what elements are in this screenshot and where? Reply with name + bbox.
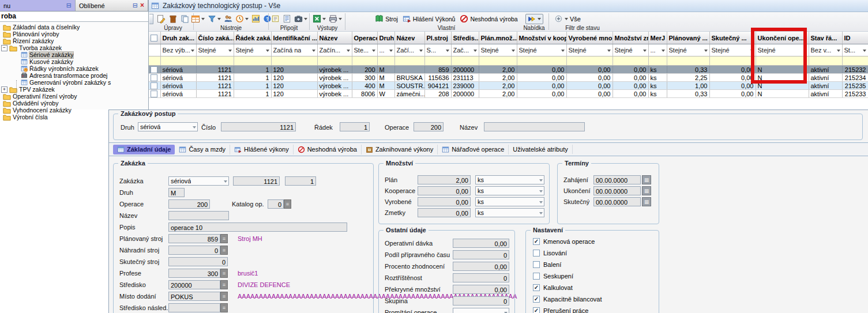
lookup-button[interactable]: ≡ [220,246,228,255]
cell[interactable] [394,66,424,74]
tree-item[interactable]: Řádky výrobních zakázek [0,65,148,72]
plus-circle-icon[interactable] [554,14,563,23]
cell[interactable]: 1,00 [667,82,709,90]
prekryvne-mnozstvi-field[interactable]: 0,00 [453,285,509,294]
cell[interactable]: 215233 [842,90,868,98]
cell[interactable]: BRUSKA [394,74,424,82]
unit-combo[interactable]: ks [475,186,544,195]
filter-dropdown[interactable]: Stejné [756,44,809,56]
collapse-icon[interactable]: ⊟ [133,2,138,9]
cell[interactable]: 200000 [451,90,479,98]
zakazka-cislo-field[interactable]: 1121 [233,176,280,186]
cell[interactable]: 1121 [196,90,234,98]
tab-zaknihovane-vykony[interactable]: Zaknihované výkony [362,145,438,154]
select-all-checkbox[interactable] [151,35,157,42]
cell[interactable]: 200 [352,66,377,74]
column-header[interactable]: MerJ [648,32,667,44]
cell[interactable]: 0,33 [667,90,709,98]
tab-casy-a-mzdy[interactable]: Časy a mzdy [175,145,230,154]
caret-down-icon[interactable] [565,18,568,22]
cell[interactable]: sériová [160,90,196,98]
new-row-placeholder[interactable] [149,56,868,66]
cell[interactable]: N [756,66,809,74]
row-checkbox[interactable] [151,74,157,81]
filter-dropdown[interactable]: Stejné [196,44,234,56]
cell[interactable]: 231113 [451,74,479,82]
stroj-button[interactable]: Stroj [375,14,398,23]
cell[interactable]: výrobek ... [317,90,352,98]
plan-field[interactable]: 2,00 [418,175,471,184]
filter-dropdown[interactable]: Stejné [613,44,648,56]
cell[interactable]: 1 [234,74,271,82]
calendar-icon[interactable]: ▦ [642,175,651,184]
zakazka-radek-field[interactable]: 1 [285,176,316,186]
checkbox-kapacitne-bilancovat[interactable]: ✓ [533,296,540,303]
planovany-stroj-field[interactable]: 859 [168,234,220,243]
cell[interactable]: 120 [271,82,317,90]
podil-casu-field[interactable]: 0 [453,250,509,259]
checkbox-kalkulovat[interactable]: ✓ [533,284,540,291]
menu-dropdown-button[interactable] [525,14,543,24]
print-button[interactable] [329,14,342,23]
grid-settings-button[interactable] [191,14,205,24]
filter-dropdown[interactable]: Stejné [479,44,517,56]
lookup-button[interactable]: ≡ [220,292,228,301]
cell[interactable]: 0,00 [709,66,756,74]
filter-dropdown[interactable]: Stejné [517,44,566,56]
cell[interactable]: M [377,82,394,90]
cell[interactable]: 215232 [842,66,868,74]
tree-item[interactable]: −Tvorba zakázek [0,44,148,51]
cell[interactable]: 120 [271,90,317,98]
column-header[interactable]: Skutečný ... [709,32,756,44]
cell[interactable]: 2,00 [479,90,517,98]
cell[interactable]: W [377,90,394,98]
tree-item[interactable]: +TPV zakázek [0,86,148,93]
tab-naradove-operace[interactable]: Nářaďové operace [438,145,509,154]
cell[interactable]: 0,00 [613,74,648,82]
cell[interactable]: 0,00 [517,82,566,90]
column-header[interactable]: Řádek zaká... [234,32,271,44]
zakazka-druh-combo[interactable]: sériová [168,176,229,186]
cell[interactable]: výrobek ... [317,82,352,90]
filter-dropdown[interactable]: Bez v... [809,44,842,56]
edit-record-icon[interactable] [156,14,166,24]
filter-dropdown[interactable]: ... [648,44,667,56]
cell[interactable]: ks [648,90,667,98]
filter-dropdown[interactable]: St... [842,44,868,56]
filter-dropdown[interactable]: Začíná na [271,44,317,56]
tab-neshodna-vyroba[interactable]: Neshodná výroba [294,145,362,154]
tree-item[interactable]: Plánování výroby [0,31,148,37]
cell[interactable]: ks [648,82,667,90]
checkbox-kmenova-operace[interactable]: ✓ [533,238,540,245]
column-header[interactable]: Číslo zaká... [196,32,234,44]
column-header[interactable]: ID [842,32,868,44]
filter-dropdown[interactable]: Bez výb... [160,44,196,56]
cell[interactable]: 1121 [196,74,234,82]
calendar-icon[interactable]: ▦ [642,186,651,195]
history-button[interactable] [235,14,249,23]
column-header[interactable]: Druh zak... [160,32,196,44]
cell[interactable]: 0,00 [709,74,756,82]
tree-item[interactable]: Řízení zakázky [0,37,148,44]
cell[interactable]: 0,00 [517,66,566,74]
cell[interactable]: 0,00 [709,82,756,90]
chart-icon[interactable] [251,14,260,23]
lookup-button[interactable]: ≡ [220,280,228,289]
cell[interactable]: M [377,74,394,82]
cell[interactable]: sériová [160,82,196,90]
vyrobene-field[interactable]: 0,00 [418,197,471,206]
list-icon[interactable] [283,14,291,23]
filter-dropdown[interactable]: S... [424,44,451,56]
cell[interactable]: 0,00 [613,90,648,98]
hlaseni-vykonu-button[interactable]: Hlášení Výkonů [403,14,456,23]
cell[interactable]: 2,00 [479,74,517,82]
cell[interactable]: výrobek ... [317,66,352,74]
column-header[interactable]: Množství v koop... [517,32,566,44]
cell[interactable]: 0,00 [613,66,648,74]
zahajeni-date-field[interactable]: 00.00.0000 [593,175,641,184]
checkbox-preruseni-prace[interactable]: ✓ [533,307,540,313]
cell[interactable]: 208 [424,90,451,98]
cell[interactable]: aktivní [809,82,842,90]
cell[interactable]: aktivní [809,66,842,74]
stredisko-nasled-field[interactable] [168,303,220,312]
